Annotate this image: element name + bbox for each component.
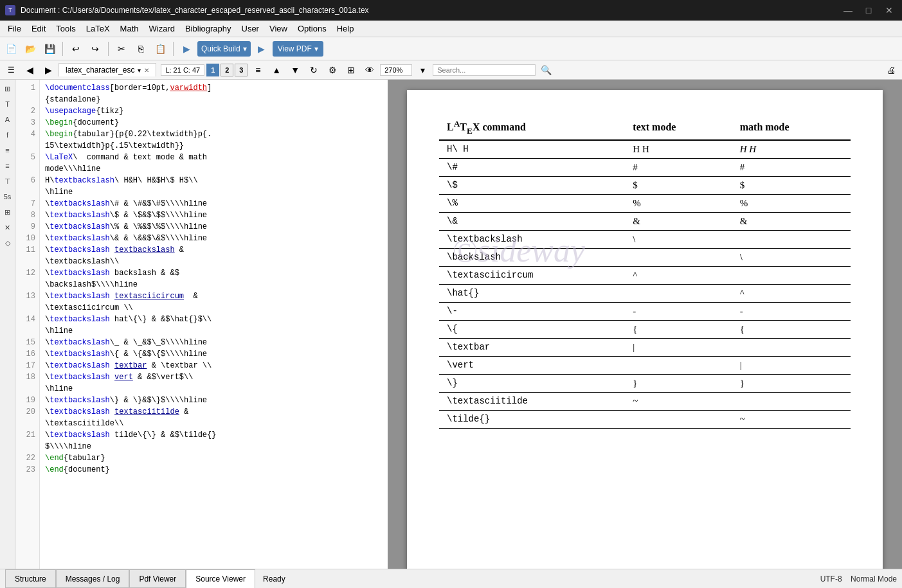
run2-btn[interactable]: ▶: [253, 40, 270, 57]
statusbar-tab-structure[interactable]: Structure: [5, 569, 56, 588]
search-icon[interactable]: 🔍: [537, 62, 554, 78]
nav-down-btn[interactable]: ▼: [287, 62, 303, 78]
page-buttons: 1 2 3: [206, 64, 248, 76]
sidebar-icon-2[interactable]: T: [1, 98, 14, 111]
structure-icon[interactable]: ☰: [3, 62, 19, 78]
cut-btn[interactable]: ✂: [113, 40, 130, 57]
menu-math[interactable]: Math: [115, 22, 144, 35]
dropdown-icon[interactable]: ▾: [138, 67, 141, 74]
line-num-2: 2: [15, 105, 39, 117]
menu-help[interactable]: Help: [332, 22, 359, 35]
menu-options[interactable]: Options: [293, 22, 332, 35]
app-icon: T: [5, 5, 15, 15]
copy-btn[interactable]: ⎘: [132, 40, 149, 57]
sidebar-icon-11[interactable]: ◇: [1, 236, 14, 249]
save-btn[interactable]: 💾: [41, 40, 58, 57]
menu-file[interactable]: File: [3, 22, 26, 35]
menu-edit[interactable]: Edit: [26, 22, 51, 35]
page-btn-1[interactable]: 1: [206, 64, 219, 76]
close-tab-icon[interactable]: ✕: [144, 67, 149, 74]
latex-commands-table: LATEX command text mode math mode H\ H H…: [439, 116, 851, 429]
line-num-12: 12: [15, 267, 39, 279]
line-num-blank-3: [15, 163, 39, 175]
sidebar-icon-1[interactable]: ⊞: [1, 82, 14, 95]
quick-build-label: Quick Build: [201, 44, 240, 53]
view-icon[interactable]: 👁: [361, 62, 378, 78]
paste-btn[interactable]: 📋: [152, 40, 168, 57]
line-num-blank-7: [15, 302, 39, 314]
menu-view[interactable]: View: [264, 22, 293, 35]
run-btn[interactable]: ▶: [178, 40, 195, 57]
close-button[interactable]: ✕: [881, 3, 897, 18]
line-num-14: 14: [15, 314, 39, 325]
search-input[interactable]: [433, 64, 536, 76]
file-tab[interactable]: latex_character_esc ▾ ✕: [59, 63, 156, 76]
sidebar-icon-10[interactable]: ✕: [1, 221, 14, 234]
sidebar-icon-6[interactable]: ≡: [1, 159, 14, 172]
page-btn-2[interactable]: 2: [221, 64, 233, 76]
line-num-15: 15: [15, 337, 39, 348]
menubar: File Edit Tools LaTeX Math Wizard Biblio…: [0, 21, 902, 37]
line-num-23: 23: [15, 464, 39, 476]
table-row: \$ $ $: [439, 176, 851, 194]
list-icon[interactable]: ≡: [249, 62, 266, 78]
table-row: \% % %: [439, 194, 851, 212]
line-num-9: 9: [15, 221, 39, 233]
maximize-button[interactable]: □: [861, 3, 876, 18]
refresh-btn[interactable]: ↻: [305, 62, 322, 78]
table-row: \textasciitilde ~: [439, 392, 851, 410]
sidebar-icon-5[interactable]: ≡: [1, 144, 14, 157]
mode-label: Normal Mode: [851, 575, 897, 584]
sidebar-icon-3[interactable]: A: [1, 113, 14, 126]
zoom-dropdown-icon[interactable]: ▾: [414, 62, 431, 78]
page-btn-3[interactable]: 3: [235, 64, 248, 76]
menu-wizard[interactable]: Wizard: [144, 22, 180, 35]
pdf-viewer-panel: ©sideway LATEX command text mode math mo…: [388, 80, 902, 569]
menu-bibliography[interactable]: Bibliography: [180, 22, 237, 35]
line-num-17: 17: [15, 360, 39, 371]
new-file-btn[interactable]: 📄: [3, 40, 19, 57]
sidebar-icon-9[interactable]: ⊞: [1, 206, 14, 218]
line-num-3: 3: [15, 117, 39, 129]
table-row: \textasciicircum ^: [439, 266, 851, 284]
undo-btn[interactable]: ↩: [68, 40, 84, 57]
statusbar-tab-pdfviewer[interactable]: Pdf Viewer: [129, 569, 186, 588]
line-num-blank-2: [15, 140, 39, 152]
view-pdf-dropdown-icon[interactable]: ▾: [314, 44, 318, 53]
statusbar-tab-sourceviewer[interactable]: Source Viewer: [186, 569, 255, 588]
view-pdf-button[interactable]: View PDF ▾: [273, 41, 323, 57]
line-num-blank-5: [15, 256, 39, 267]
encoding-label: UTF-8: [820, 575, 842, 584]
status-ready: Ready: [255, 575, 293, 584]
redo-btn[interactable]: ↪: [87, 40, 104, 57]
menu-latex[interactable]: LaTeX: [81, 22, 115, 35]
table-row: \hat{} ^: [439, 284, 851, 302]
quick-build-dropdown-icon[interactable]: ▾: [243, 44, 247, 53]
prev-tab-btn[interactable]: ◀: [21, 62, 38, 78]
statusbar-tab-messages[interactable]: Messages / Log: [56, 569, 130, 588]
line-num-13: 13: [15, 290, 39, 302]
sidebar-icon-7[interactable]: ⊤: [1, 175, 14, 188]
nav-up-btn[interactable]: ▲: [268, 62, 285, 78]
pdf-page: ©sideway LATEX command text mode math mo…: [407, 90, 883, 569]
sidebar-icon-4[interactable]: f: [1, 129, 14, 141]
grid-icon[interactable]: ⊞: [343, 62, 359, 78]
sidebar-icon-8[interactable]: 5s: [1, 190, 14, 203]
menu-tools[interactable]: Tools: [51, 22, 80, 35]
line-numbers-panel: 1 2 3 4 5 6 7 8 9 10 11 12 13 14 15 16 1…: [15, 80, 40, 569]
separator-3: [173, 42, 174, 56]
line-num-blank-4: [15, 186, 39, 198]
line-num-18: 18: [15, 371, 39, 383]
next-tab-btn[interactable]: ▶: [40, 62, 57, 78]
print-icon[interactable]: 🖨: [883, 62, 899, 78]
pdf-content: ©sideway LATEX command text mode math mo…: [439, 116, 851, 429]
minimize-button[interactable]: —: [840, 3, 856, 18]
settings-icon[interactable]: ⚙: [324, 62, 341, 78]
statusbar: Structure Messages / Log Pdf Viewer Sour…: [0, 569, 902, 588]
code-editor[interactable]: \documentclass[border=10pt,varwidth] {st…: [40, 80, 388, 569]
main-toolbar: 📄 📂 💾 ↩ ↪ ✂ ⎘ 📋 ▶ Quick Build ▾ ▶ View P…: [0, 37, 902, 60]
open-file-btn[interactable]: 📂: [22, 40, 39, 57]
menu-user[interactable]: User: [237, 22, 264, 35]
table-row: H\ H H H H H: [439, 140, 851, 159]
quick-build-button[interactable]: Quick Build ▾: [197, 41, 251, 57]
